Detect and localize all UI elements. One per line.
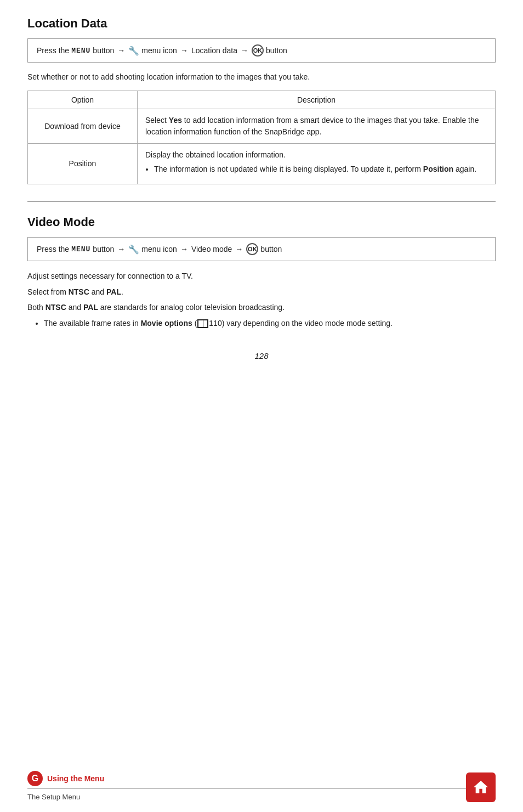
video-mode-label: Video mode [191, 245, 232, 253]
location-data-menu-path: Press the MENU button → 🔧 menu icon → Lo… [27, 38, 496, 63]
footer: G Using the Menu The Setup Menu [0, 765, 523, 812]
video-mode-body1: Adjust settings necessary for connection… [27, 270, 496, 282]
location-data-description: Set whether or not to add shooting locat… [27, 71, 496, 83]
pal-bold-2: PAL [83, 303, 98, 312]
video-mode-menu-path: Press the MENU button → 🔧 menu icon → Vi… [27, 237, 496, 261]
wrench-icon: 🔧 [128, 46, 139, 56]
bullet-item: The available frame rates in Movie optio… [44, 317, 496, 329]
yes-bold: Yes [169, 116, 182, 125]
movie-options-bold: Movie options [141, 319, 192, 328]
table-cell-desc-download: Select Yes to add location information f… [138, 109, 496, 144]
menu-path-part1: button [93, 46, 114, 55]
menu-keyword: MENU [71, 47, 90, 55]
position-bold: Position [423, 165, 453, 173]
page-number: 128 [27, 351, 496, 360]
footer-top: G Using the Menu [27, 771, 496, 786]
ok-icon: OK [252, 44, 264, 57]
arrow2: → [180, 46, 188, 55]
ntsc-bold-1: NTSC [69, 287, 89, 296]
video-arrow3: → [235, 245, 243, 253]
section2-title: Video Mode [27, 215, 496, 229]
video-mode-body2: Select from NTSC and PAL. [27, 286, 496, 298]
video-ok-icon: OK [246, 243, 258, 255]
footer-logo-icon: G [27, 771, 43, 786]
video-menu-part2: menu icon [141, 245, 177, 253]
footer-link-text[interactable]: Using the Menu [47, 774, 104, 783]
table-col-description: Description [138, 91, 496, 109]
home-button[interactable] [466, 772, 496, 802]
menu-path-prefix: Press the [37, 46, 69, 55]
video-menu-prefix: Press the [37, 245, 69, 253]
home-icon [472, 779, 490, 796]
footer-divider [27, 788, 496, 789]
table-row: Download from device Select Yes to add l… [28, 109, 496, 144]
video-mode-body3: Both NTSC and PAL are standards for anal… [27, 301, 496, 313]
pal-bold-1: PAL [106, 287, 121, 296]
video-arrow1: → [117, 245, 125, 253]
location-data-label: Location data [191, 46, 237, 55]
menu-path-part3: button [266, 46, 287, 55]
table-cell-option-position: Position [28, 144, 138, 184]
table-cell-option-download: Download from device [28, 109, 138, 144]
table-col-option: Option [28, 91, 138, 109]
section-divider [27, 201, 496, 202]
video-menu-keyword: MENU [71, 245, 90, 253]
menu-path-part2: menu icon [141, 46, 177, 55]
book-ref-icon [197, 319, 208, 328]
arrow3: → [241, 46, 248, 55]
video-menu-part1: button [93, 245, 114, 253]
section1-title: Location Data [27, 16, 496, 31]
video-arrow2: → [180, 245, 188, 253]
footer-subtitle: The Setup Menu [27, 793, 80, 801]
arrow1: → [117, 46, 125, 55]
location-data-table: Option Description Download from device … [27, 91, 496, 184]
video-menu-part3: button [260, 245, 282, 253]
table-row: Position Display the obtained location i… [28, 144, 496, 184]
table-cell-desc-position: Display the obtained location informatio… [138, 144, 496, 184]
video-mode-bullets: The available frame rates in Movie optio… [44, 317, 496, 329]
ntsc-bold-2: NTSC [46, 303, 66, 312]
video-wrench-icon: 🔧 [128, 244, 139, 255]
